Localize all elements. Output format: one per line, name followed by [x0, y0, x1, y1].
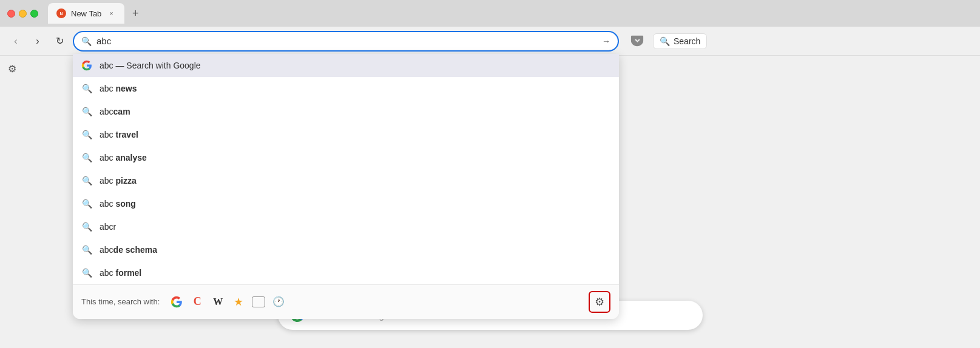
engine-history[interactable]: 🕐 [271, 295, 286, 309]
reload-button[interactable]: ↻ [51, 33, 68, 50]
dropdown-item-9[interactable]: 🔍 abc formel [73, 261, 619, 284]
engine-bookmarks[interactable]: ★ [231, 295, 246, 309]
new-tab-button[interactable]: + [127, 5, 144, 22]
pocket-button[interactable] [629, 33, 646, 50]
engine-tabs[interactable] [252, 296, 265, 307]
minimize-button[interactable] [19, 10, 27, 18]
search-icon-4: 🔍 [81, 152, 92, 163]
omnibox-wrapper: 🔍 abc → abc — Search with Google [73, 31, 619, 52]
google-logo-icon [81, 60, 92, 71]
search-icon-6: 🔍 [81, 198, 92, 209]
search-icon-7: 🔍 [81, 221, 92, 232]
search-icon-2: 🔍 [81, 106, 92, 117]
right-search-bar[interactable]: 🔍 Search [653, 33, 707, 49]
dropdown-item-3-text: abc travel [100, 130, 610, 139]
tab-close-button[interactable]: × [106, 8, 116, 18]
search-icon-9: 🔍 [81, 267, 92, 278]
footer-label: This time, search with: [81, 297, 160, 306]
dropdown-footer: This time, search with: C W [73, 284, 619, 319]
search-icon-1: 🔍 [81, 83, 92, 94]
gear-icon: ⚙ [595, 295, 604, 309]
dropdown-item-4-text: abc analyse [100, 153, 610, 162]
titlebar: N New Tab × + [0, 0, 980, 27]
search-icon-3: 🔍 [81, 129, 92, 140]
dropdown-item-8-text: abcde schema [100, 245, 610, 255]
dropdown-item-6[interactable]: 🔍 abc song [73, 192, 619, 215]
autocomplete-dropdown: abc — Search with Google 🔍 abc news 🔍 ab… [73, 54, 619, 319]
dropdown-item-2[interactable]: 🔍 abccam [73, 100, 619, 123]
omnibox-search-icon: 🔍 [81, 36, 92, 46]
svg-text:N: N [59, 12, 63, 16]
dropdown-item-7[interactable]: 🔍 abcr [73, 215, 619, 238]
dropdown-item-8[interactable]: 🔍 abcde schema [73, 238, 619, 261]
dropdown-item-9-text: abc formel [100, 268, 610, 278]
sidebar-gear-icon[interactable]: ⚙ [8, 63, 16, 75]
forward-button[interactable]: › [29, 33, 46, 50]
dropdown-item-5[interactable]: 🔍 abc pizza [73, 169, 619, 192]
dropdown-item-1[interactable]: 🔍 abc news [73, 77, 619, 100]
engine-bing[interactable]: C [190, 295, 204, 309]
tab-bar: N New Tab × + [48, 3, 144, 24]
dropdown-item-1-text: abc news [100, 84, 610, 93]
close-button[interactable] [7, 10, 15, 18]
dropdown-item-2-text: abccam [100, 107, 610, 116]
navbar: ‹ › ↻ 🔍 abc → abc — Search [0, 27, 980, 56]
omnibox-arrow[interactable]: → [602, 36, 610, 46]
dropdown-item-0-text: abc — Search with Google [100, 61, 610, 70]
dropdown-item-0[interactable]: abc — Search with Google [73, 54, 619, 77]
search-icon-8: 🔍 [81, 244, 92, 255]
search-engine-settings-button[interactable]: ⚙ [589, 291, 610, 313]
dropdown-item-5-text: abc pizza [100, 176, 610, 186]
omnibox[interactable]: 🔍 abc → [73, 31, 619, 52]
right-search-icon: 🔍 [660, 36, 670, 46]
maximize-button[interactable] [30, 10, 38, 18]
dropdown-item-4[interactable]: 🔍 abc analyse [73, 146, 619, 169]
active-tab[interactable]: N New Tab × [48, 3, 124, 24]
left-sidebar: ⚙ [0, 56, 24, 348]
footer-engines: C W ★ 🕐 [169, 295, 286, 309]
right-search-label[interactable]: Search [674, 36, 700, 46]
tab-favicon: N [56, 8, 66, 18]
tab-label: New Tab [71, 9, 101, 18]
search-icon-5: 🔍 [81, 175, 92, 186]
dropdown-item-6-text: abc song [100, 199, 610, 209]
omnibox-input[interactable]: abc [96, 36, 597, 46]
engine-google[interactable] [169, 295, 184, 309]
engine-wikipedia[interactable]: W [211, 295, 225, 309]
navbar-right: 🔍 Search [629, 33, 707, 50]
traffic-lights [7, 10, 38, 18]
dropdown-item-3[interactable]: 🔍 abc travel [73, 123, 619, 146]
dropdown-item-7-text: abcr [100, 222, 610, 232]
back-button[interactable]: ‹ [7, 33, 24, 50]
